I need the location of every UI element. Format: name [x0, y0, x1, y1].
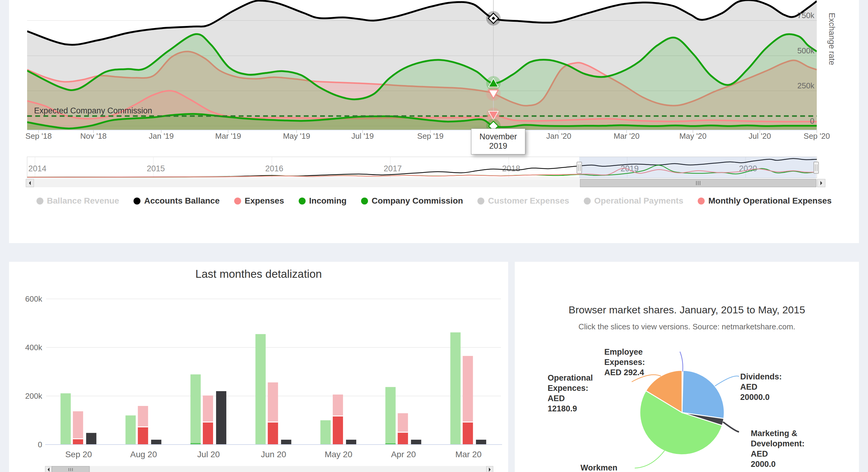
- bar-chart-card: [9, 262, 508, 472]
- legend-marker-icon: [234, 198, 241, 205]
- legend-item-monthly-operational-expenses[interactable]: Monthly Operational Expenses: [698, 196, 832, 206]
- legend-label: Monthly Operational Expenses: [708, 196, 832, 206]
- pie-label-marketing-development: Marketing &Development: AED2000.0: [751, 428, 805, 469]
- pie-label-operational-expences: Operational Expences:AED 12180.9: [548, 373, 593, 414]
- plotline-label: Expected Company Commission: [34, 106, 152, 116]
- dashboard: Sep '18Nov '18Jan '19Mar '19May '19Jul '…: [0, 0, 868, 472]
- stock-legend: Ballance RevenueAccounts BallanceExpense…: [9, 196, 859, 206]
- legend-item-expenses[interactable]: Expenses: [234, 196, 284, 206]
- stock-chart-card: [9, 0, 859, 243]
- pie-chart-title: Browser market shares. January, 2015 to …: [515, 304, 859, 316]
- legend-marker-icon: [133, 198, 141, 205]
- legend-marker-icon: [361, 198, 368, 205]
- legend-item-operational-payments[interactable]: Operational Payments: [584, 196, 684, 206]
- tooltip-header-date: November 2019: [471, 128, 525, 154]
- legend-label: Incoming: [309, 196, 347, 206]
- exchange-rate-axis-title: Exchange rate: [827, 13, 836, 65]
- pie-chart-subtitle: Click the slices to view versions. Sourc…: [515, 322, 859, 331]
- pie-label-employee-expenses: Employee Expenses:AED 292.4: [604, 347, 645, 378]
- pie-label-workmen: Workmen: [581, 463, 618, 472]
- pie-chart-card: [515, 262, 859, 472]
- legend-marker-icon: [36, 198, 43, 205]
- legend-marker-icon: [584, 198, 591, 205]
- legend-marker-icon: [477, 198, 484, 205]
- legend-marker-icon: [299, 198, 306, 205]
- legend-label: Customer Expenses: [488, 196, 569, 206]
- legend-label: Accounts Ballance: [144, 196, 220, 206]
- legend-item-customer-expenses[interactable]: Customer Expenses: [477, 196, 569, 206]
- legend-item-incoming[interactable]: Incoming: [299, 196, 347, 206]
- legend-item-company-commission[interactable]: Company Commission: [361, 196, 463, 206]
- pie-label-dividends: Dividends: AED 20000.0: [740, 372, 782, 402]
- legend-item-accounts-ballance[interactable]: Accounts Ballance: [133, 196, 220, 206]
- legend-item-ballance-revenue[interactable]: Ballance Revenue: [36, 196, 119, 206]
- legend-label: Ballance Revenue: [47, 196, 119, 206]
- legend-label: Operational Payments: [594, 196, 684, 206]
- legend-label: Company Commission: [372, 196, 463, 206]
- bar-chart-title: Last monthes detalization: [9, 268, 508, 281]
- legend-label: Expenses: [245, 196, 284, 206]
- legend-marker-icon: [698, 198, 705, 205]
